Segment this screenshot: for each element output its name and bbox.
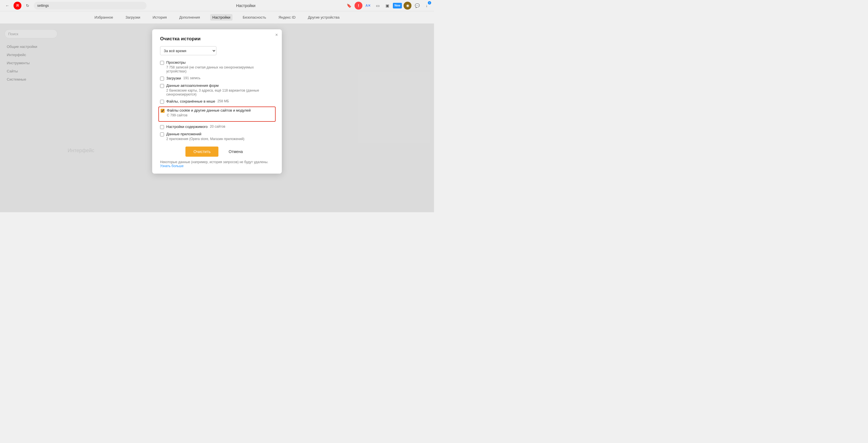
tab-history[interactable]: История <box>150 14 169 21</box>
new-badge[interactable]: New <box>393 3 402 8</box>
checkbox-downloads[interactable] <box>160 77 164 81</box>
dialog-close-button[interactable]: × <box>275 33 278 37</box>
dialog-title: Очистка истории <box>160 36 274 42</box>
checkbox-downloads-label[interactable]: Загрузки 191 запись <box>160 76 274 81</box>
checkbox-autofill-sub: 2 банковские карты, 3 адреса, ещё 118 ва… <box>160 89 274 96</box>
tab-downloads[interactable]: Загрузки <box>123 14 142 21</box>
checkbox-cookies-highlighted-row: Файлы cookie и другие данные сайтов и мо… <box>158 106 276 122</box>
clear-button[interactable]: Очистить <box>185 147 218 157</box>
download-icon[interactable]: ↓ 1 <box>423 2 431 9</box>
tab-other-devices[interactable]: Другие устройства <box>306 14 342 21</box>
dialog-overlay: × Очистка истории За последний час За по… <box>0 24 434 212</box>
address-bar[interactable]: settings <box>34 2 147 9</box>
checkbox-apps-label[interactable]: Данные приложений <box>160 132 274 136</box>
checkbox-apps-row: Данные приложений 2 приложения (Opera st… <box>160 132 274 141</box>
browser-chrome: ← Я ↻ settings Настройки 🔖 ! A✕ ▭ ▣ New … <box>0 0 434 11</box>
checkbox-views-label[interactable]: Просмотры <box>160 60 274 65</box>
checkbox-downloads-text: Загрузки <box>166 76 181 80</box>
tab-favorites[interactable]: Избранное <box>92 14 115 21</box>
qr-icon[interactable]: ▣ <box>383 2 391 9</box>
checkbox-apps-sub: 2 приложения (Opera store, Магазин прило… <box>160 137 274 141</box>
learn-more-link[interactable]: Узнать больше <box>160 164 183 168</box>
cancel-button[interactable]: Отмена <box>223 147 248 157</box>
checkbox-downloads-row: Загрузки 191 запись <box>160 76 274 81</box>
checkbox-cache-row: Файлы, сохранённые в кеше 258 МБ <box>160 99 274 104</box>
checkbox-views-text: Просмотры <box>166 60 186 65</box>
checkbox-cookies-row: Файлы cookie и другие данные сайтов и мо… <box>161 108 273 117</box>
nav-tabs: Избранное Загрузки История Дополнения На… <box>0 11 434 24</box>
checkbox-cookies-sub: С 799 сайтов <box>161 113 273 117</box>
checkbox-content-label[interactable]: Настройки содержимого 20 сайтов <box>160 125 274 129</box>
checkbox-cache-badge: 258 МБ <box>217 99 229 103</box>
checkbox-content-row: Настройки содержимого 20 сайтов <box>160 125 274 129</box>
checkbox-autofill-row: Данные автозаполнения форм 2 банковские … <box>160 84 274 96</box>
main-content: Общие настройки Интерфейс Инструменты Са… <box>0 24 434 212</box>
checkbox-apps-text: Данные приложений <box>166 132 202 136</box>
checkbox-cookies-text: Файлы cookie и другие данные сайтов и мо… <box>167 108 251 113</box>
tab-settings[interactable]: Настройки <box>210 14 233 21</box>
translate-icon[interactable]: A✕ <box>364 2 372 9</box>
checkbox-downloads-badge: 191 запись <box>183 76 200 80</box>
screen-icon[interactable]: ▭ <box>374 2 381 9</box>
tab-security[interactable]: Безопасность <box>240 14 268 21</box>
checkbox-cookies[interactable] <box>161 109 164 113</box>
checkbox-views-row: Просмотры 7 758 записей (не считая данны… <box>160 60 274 73</box>
tab-yandex-id[interactable]: Яндекс ID <box>276 14 298 21</box>
checkbox-cache[interactable] <box>160 100 164 104</box>
checkbox-autofill-label[interactable]: Данные автозаполнения форм <box>160 84 274 88</box>
chat-icon[interactable]: 💬 <box>413 2 421 9</box>
profile-icon[interactable]: ◉ <box>404 2 411 9</box>
alert-icon[interactable]: ! <box>354 2 363 9</box>
tab-extensions[interactable]: Дополнения <box>177 14 203 21</box>
toolbar: 🔖 ! A✕ ▭ ▣ New ◉ 💬 ↓ 1 <box>345 2 431 9</box>
checkbox-content-badge: 20 сайтов <box>210 125 225 128</box>
checkbox-content[interactable] <box>160 125 164 129</box>
checkbox-content-text: Настройки содержимого <box>166 125 208 129</box>
checkbox-cache-text: Файлы, сохранённые в кеше <box>166 99 215 103</box>
dialog-footer-note: Некоторые данные (например, история запр… <box>160 160 274 168</box>
back-button[interactable]: ← <box>3 2 11 9</box>
checkbox-autofill-text: Данные автозаполнения форм <box>166 84 219 88</box>
checkbox-cookies-label[interactable]: Файлы cookie и другие данные сайтов и мо… <box>161 108 273 113</box>
clear-history-dialog: × Очистка истории За последний час За по… <box>152 29 282 173</box>
checkbox-apps[interactable] <box>160 132 164 136</box>
page-title: Настройки <box>149 3 343 8</box>
checkbox-views[interactable] <box>160 61 164 65</box>
time-range-select[interactable]: За последний час За последний день За по… <box>160 46 216 55</box>
dialog-buttons: Очистить Отмена <box>160 147 274 157</box>
checkbox-views-sub: 7 758 записей (не считая данных на синхр… <box>160 65 274 73</box>
yandex-logo: Я <box>13 2 22 9</box>
checkbox-cache-label[interactable]: Файлы, сохранённые в кеше 258 МБ <box>160 99 274 104</box>
checkbox-autofill[interactable] <box>160 84 164 88</box>
refresh-button[interactable]: ↻ <box>24 2 32 9</box>
bookmark-icon[interactable]: 🔖 <box>345 2 353 9</box>
